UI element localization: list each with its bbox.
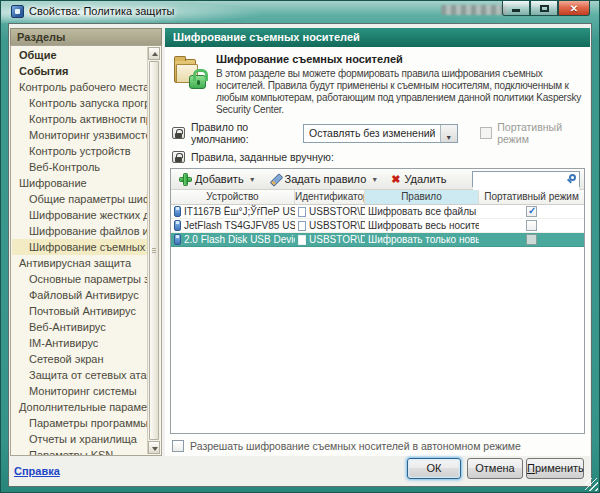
scroll-down-icon[interactable] — [148, 441, 160, 454]
sidebar-item-label: Контроль активности программ — [29, 113, 147, 125]
sidebar-item[interactable]: Дополнительные параметры — [12, 399, 147, 415]
column-header-rule[interactable]: Правило — [365, 190, 479, 204]
sidebar-item[interactable]: Антивирусная защита — [12, 255, 147, 271]
usb-drive-icon — [174, 206, 181, 217]
cancel-button[interactable]: Отмена — [467, 458, 523, 479]
red-x-icon: ✖ — [391, 174, 400, 185]
sidebar-item[interactable]: Параметры программы — [12, 415, 147, 431]
sidebar-item[interactable]: Контроль устройств — [12, 143, 147, 159]
sidebar-item[interactable]: Контроль рабочего места — [12, 79, 147, 95]
table-row[interactable]: JetFlash TS4GJFV85 USB Device USBSTOR\DI… — [171, 219, 584, 233]
portable-mode-row-checkbox[interactable] — [526, 206, 537, 217]
sidebar-item-label: Отчеты и хранилища — [29, 433, 137, 445]
sidebar-item[interactable]: Веб-Контроль — [12, 159, 147, 175]
sidebar-item[interactable]: Почтовый Антивирус — [12, 303, 147, 319]
app-icon — [11, 5, 24, 18]
sidebar-item-label: Мониторинг системы — [29, 385, 137, 397]
help-link[interactable]: Справка — [14, 465, 60, 477]
table-empty-area — [171, 247, 584, 433]
sidebar-item[interactable]: События — [12, 63, 147, 79]
chevron-down-icon: ▼ — [371, 176, 378, 183]
manual-rules-row: Правила, заданные вручную: — [172, 151, 583, 163]
portable-mode-checkbox[interactable] — [480, 127, 492, 139]
set-rule-button-label: Задать правило — [285, 173, 367, 185]
rule-value: Шифровать все файлы — [368, 206, 476, 217]
minimize-icon — [512, 9, 520, 12]
column-header-portable[interactable]: Портативный режим — [479, 190, 584, 204]
sidebar-item[interactable]: Мониторинг системы — [12, 383, 147, 399]
scrollbar-thumb[interactable] — [149, 61, 159, 440]
document-icon — [298, 207, 306, 217]
set-rule-button[interactable]: Задать правило ▼ — [264, 170, 384, 188]
resize-grip[interactable] — [585, 478, 598, 491]
scroll-up-icon[interactable] — [148, 47, 160, 60]
add-button[interactable]: Добавить ▼ — [175, 170, 261, 188]
sidebar-item-label: Параметры программы — [29, 417, 147, 429]
device-identifier: USBSTOR\DISK... — [309, 234, 365, 245]
sidebar-item-label: Контроль запуска программ — [29, 97, 147, 109]
sidebar-item-label: Шифрование файлов и папок — [29, 225, 147, 237]
dialog-body: Разделы Общие События Контроль рабочего … — [8, 23, 592, 487]
default-rule-dropdown[interactable]: Оставлять без изменений — [303, 124, 458, 143]
rule-value: Шифровать весь носитель — [368, 220, 479, 231]
default-rule-label: Правило по умолчанию: — [191, 121, 295, 145]
portable-mode-row-checkbox[interactable] — [526, 220, 537, 231]
close-button[interactable]: ✕ — [558, 1, 590, 16]
default-rule-value: Оставлять без изменений — [309, 127, 435, 139]
sidebar-item[interactable]: Мониторинг уязвимостей — [12, 127, 147, 143]
offline-encryption-row: Разрешать шифрование съемных носителей в… — [172, 440, 583, 452]
sidebar-item[interactable]: Общие параметры шифрования — [12, 191, 147, 207]
lock-icon[interactable] — [172, 151, 185, 163]
portable-mode-row-checkbox[interactable] — [526, 234, 537, 245]
sidebar-item-label: Параметры KSN — [29, 449, 113, 456]
offline-encryption-checkbox[interactable] — [172, 440, 184, 452]
titlebar[interactable]: Свойства: Политика защиты ✕ — [1, 1, 599, 23]
delete-button[interactable]: ✖ Удалить — [386, 170, 451, 188]
sidebar-item-label: Основные параметры защиты — [29, 273, 147, 285]
sidebar-item[interactable]: Контроль запуска программ — [12, 95, 147, 111]
table-row[interactable]: 2.0 Flash Disk USB Device USBSTOR\DISK..… — [171, 233, 584, 247]
maximize-button[interactable] — [530, 1, 558, 16]
sidebar-item[interactable]: Защита от сетевых атак — [12, 367, 147, 383]
window-controls: ✕ — [502, 1, 590, 16]
sidebar-list: Общие События Контроль рабочего места Ко… — [10, 45, 162, 456]
sidebar-item[interactable]: Файловый Антивирус — [12, 287, 147, 303]
device-name: IT1167B Ёш°J;ЎѓПеР USB Device — [184, 206, 295, 217]
sidebar-item[interactable]: IM-Антивирус — [12, 335, 147, 351]
sidebar-item[interactable]: Отчеты и хранилища — [12, 431, 147, 447]
pencil-icon — [269, 173, 281, 185]
apply-button[interactable]: Применить — [526, 458, 584, 479]
sidebar-item[interactable]: Общие — [12, 47, 147, 63]
table-row[interactable]: IT1167B Ёш°J;ЎѓПеР USB Device USBSTOR\DI… — [171, 205, 584, 219]
sidebar-scrollbar[interactable] — [147, 47, 160, 454]
sidebar-item[interactable]: Сетевой экран — [12, 351, 147, 367]
sidebar-item-label: Общие — [19, 49, 57, 61]
sidebar-item[interactable]: Контроль активности программ — [12, 111, 147, 127]
sidebar-item-label: Контроль рабочего места — [19, 81, 147, 93]
sidebar-item[interactable]: Параметры KSN — [12, 447, 147, 456]
sidebar-item-label: Защита от сетевых атак — [29, 369, 147, 381]
rules-table: Добавить ▼ Задать правило ▼ ✖ Удалить — [170, 168, 585, 434]
portable-mode-label: Портативный режим — [497, 121, 583, 145]
sidebar-item[interactable]: Шифрование — [12, 175, 147, 191]
dialog-window: Свойства: Политика защиты ✕ Разделы Общи… — [0, 0, 600, 493]
plus-icon — [180, 174, 191, 185]
sidebar-item[interactable]: Шифрование жестких дисков — [12, 207, 147, 223]
sidebar-item[interactable]: Веб-Антивирус — [12, 319, 147, 335]
minimize-button[interactable] — [502, 1, 530, 16]
search-icon[interactable] — [569, 174, 576, 181]
lock-icon[interactable] — [172, 127, 185, 139]
sidebar-item[interactable]: Основные параметры защиты — [12, 271, 147, 287]
rule-value: Шифровать только новые файлы — [368, 234, 479, 245]
ok-button[interactable]: ОК — [407, 458, 461, 479]
sidebar-item-label: Веб-Контроль — [29, 161, 100, 173]
chevron-down-icon: ▼ — [249, 176, 256, 183]
sidebar-item[interactable]: Шифрование файлов и папок — [12, 223, 147, 239]
device-name: JetFlash TS4GJFV85 USB Device — [184, 220, 295, 231]
column-header-identifier[interactable]: Идентификатор ... — [295, 190, 365, 204]
column-header-device[interactable]: Устройство — [171, 190, 295, 204]
sidebar-item[interactable]: Шифрование съемных носителей — [12, 239, 147, 255]
search-input[interactable] — [473, 176, 579, 190]
sidebar-item-label: IM-Антивирус — [29, 337, 98, 349]
window-title: Свойства: Политика защиты — [29, 5, 174, 17]
